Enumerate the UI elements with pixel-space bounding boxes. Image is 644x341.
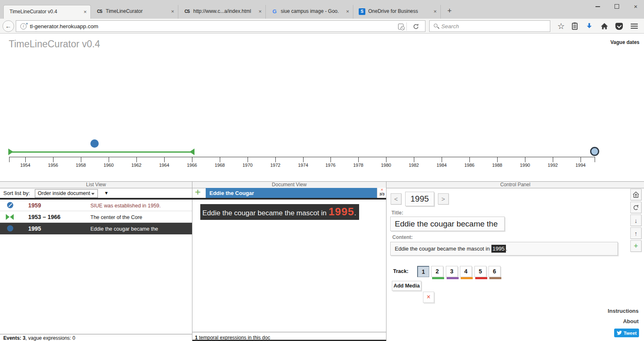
content-input[interactable]: Eddie the cougar became the mascot in 19… [390,242,618,256]
close-document-button[interactable]: × [377,187,386,192]
axis-tick [331,157,331,162]
site-info-icon[interactable]: i [20,23,27,29]
prev-event-button[interactable]: < [391,193,401,205]
span-start-handle[interactable] [8,149,13,155]
axis-tick [442,157,442,162]
content-year-highlight: 1995 [491,245,506,253]
span-end-handle[interactable] [190,149,194,155]
next-event-button[interactable]: > [438,193,449,205]
track-button-4[interactable]: 4 [460,266,472,277]
temporal-expression[interactable]: 1995 [328,205,354,218]
move-down-button[interactable]: ↓ [630,214,642,226]
document-pager-count: 3/3 [377,192,386,196]
menu-button[interactable] [629,21,639,31]
tweet-button[interactable]: Tweet [614,329,639,337]
delete-event-button[interactable]: × [423,292,434,303]
panel-divider [386,181,386,341]
browser-tab[interactable]: SOneDrive for Business× [353,5,441,19]
tab-close-icon[interactable]: × [346,8,349,15]
tab-title: TimeLineCurator [106,8,164,14]
list-item[interactable]: 1953 – 1966The center of the Core [0,211,192,223]
title-input[interactable]: Eddie the cougar became the [390,217,505,231]
track-color-strip [461,277,473,279]
new-tab-button[interactable]: + [445,7,454,15]
maximize-icon [615,4,619,9]
event-dot-1959[interactable] [90,139,99,148]
axis-tick-label: 1994 [572,163,589,168]
event-text: The center of the Core [90,214,142,220]
reader-mode-icon[interactable] [398,24,403,29]
panel-divider [192,181,192,341]
tab-close-icon[interactable]: × [433,8,437,15]
span-event-1953-1966[interactable] [11,151,192,153]
track-button-2[interactable]: 2 [431,266,443,277]
axis-tick-label: 1968 [211,163,228,168]
browser-tab[interactable]: CShttp://www.c...a/index.html× [178,5,266,19]
export-button[interactable] [630,189,642,200]
track-button-1[interactable]: 1 [417,266,429,277]
instructions-link[interactable]: Instructions [608,308,639,314]
sort-direction-button[interactable]: ▼ [104,190,109,195]
event-dot-1995-selected[interactable] [590,147,599,156]
onedrive-favicon: S [359,8,365,15]
maximize-button[interactable] [610,1,623,12]
tab-close-icon[interactable]: × [171,8,174,15]
tab-close-icon[interactable]: × [83,9,87,15]
axis-tick-label: 1972 [267,163,284,168]
axis-tick [595,157,595,162]
close-icon: × [634,3,638,10]
list-footer-divider [0,334,192,334]
axis-tick-label: 1990 [517,163,533,168]
vague-dates-toggle[interactable]: Vague dates [610,39,639,45]
pocket-button[interactable] [614,21,624,31]
track-button-3[interactable]: 3 [446,266,458,277]
add-document-button[interactable]: + [195,187,201,197]
browser-tab[interactable]: Gsiue campus image - Goo...× [266,5,353,19]
list-item[interactable]: 1995Eddie the cougar became the [0,223,192,234]
list-item[interactable]: 1959SIUE was established in 1959. [0,200,192,211]
document-pager: × 3/3 [377,188,386,198]
home-button[interactable] [599,21,609,31]
search-icon [434,24,437,27]
axis-tick-label: 1960 [100,163,117,168]
tab-bar: TimeLineCurator v0.4×CSTimeLineCurator×C… [0,0,644,19]
close-window-button[interactable]: × [629,1,642,12]
sort-order-select[interactable]: Order inside document [35,189,98,198]
add-media-button[interactable]: Add Media [392,281,421,291]
add-event-button[interactable]: + [630,240,642,252]
move-up-button[interactable]: ↑ [630,227,642,239]
axis-tick [525,157,525,162]
arrow-down-icon: ↓ [634,217,638,224]
tab-close-icon[interactable]: × [258,8,262,15]
back-button[interactable]: ← [2,20,14,32]
redo-button[interactable] [630,202,642,213]
browser-tab[interactable]: TimeLineCurator v0.4× [3,5,91,19]
arrow-up-icon: ↑ [634,230,638,237]
page-title: TimeLineCurator v0.4 [9,39,100,50]
track-button-5[interactable]: 5 [474,266,486,277]
axis-tick-label: 1984 [433,163,450,168]
bookmarks-library-button[interactable] [570,21,580,31]
axis-tick-label: 1970 [239,163,256,168]
refresh-icon[interactable] [413,23,419,32]
search-input[interactable]: Search [429,20,550,32]
minimize-button[interactable] [591,1,604,12]
downloads-button[interactable] [584,21,594,31]
url-bar[interactable]: i tl-generator.herokuapp.com [16,20,425,32]
axis-tick [53,157,53,162]
about-link[interactable]: About [623,318,639,324]
axis-tick [553,157,553,162]
bookmark-star-button[interactable]: ☆ [556,21,566,31]
site-info-dot [26,23,28,24]
axis-tick-label: 1976 [322,163,339,168]
browser-tab[interactable]: CSTimeLineCurator× [91,5,178,19]
google-favicon: G [271,8,278,15]
document-sentence-highlight[interactable]: Eddie the cougar became the mascot in 19… [200,204,359,220]
cs-favicon: CS [96,8,103,15]
event-year-display[interactable]: 1995 [405,192,434,206]
document-tab[interactable]: Eddie the Cougar [206,188,377,198]
browser-window: TimeLineCurator v0.4×CSTimeLineCurator×C… [0,0,644,341]
track-button-6[interactable]: 6 [488,266,501,277]
edited-event-dot-icon [7,202,13,208]
url-text: tl-generator.herokuapp.com [30,23,98,29]
